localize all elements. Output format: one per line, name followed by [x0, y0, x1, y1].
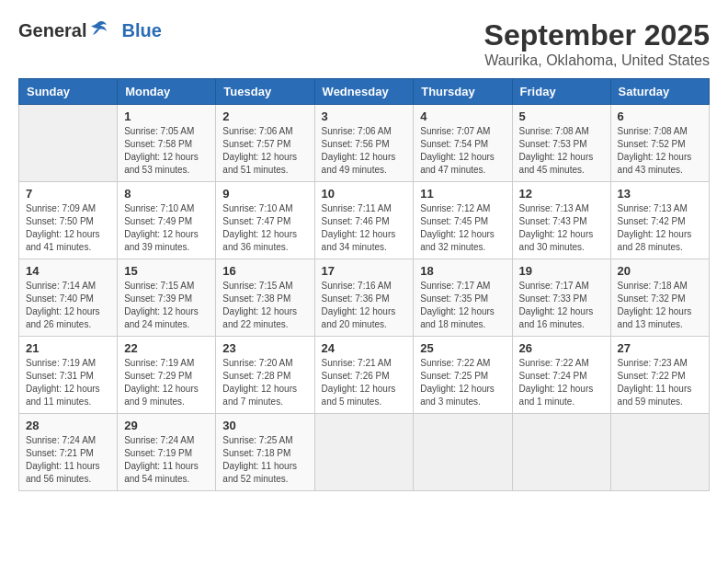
day-number: 27: [618, 341, 702, 355]
day-number: 9: [222, 187, 307, 201]
calendar-cell: [512, 414, 610, 491]
cell-content: Sunrise: 7:13 AM Sunset: 7:42 PM Dayligh…: [618, 202, 702, 254]
calendar-table: SundayMondayTuesdayWednesdayThursdayFrid…: [18, 78, 710, 491]
calendar-header-row: SundayMondayTuesdayWednesdayThursdayFrid…: [19, 79, 710, 105]
cell-content: Sunrise: 7:08 AM Sunset: 7:53 PM Dayligh…: [519, 125, 604, 177]
cell-content: Sunrise: 7:18 AM Sunset: 7:32 PM Dayligh…: [618, 280, 702, 331]
calendar-cell: 5Sunrise: 7:08 AM Sunset: 7:53 PM Daylig…: [512, 105, 610, 182]
day-number: 24: [322, 341, 407, 355]
cell-content: Sunrise: 7:24 AM Sunset: 7:19 PM Dayligh…: [124, 434, 209, 486]
day-number: 23: [222, 341, 307, 355]
calendar-cell: 16Sunrise: 7:15 AM Sunset: 7:38 PM Dayli…: [216, 259, 314, 337]
cell-content: Sunrise: 7:14 AM Sunset: 7:40 PM Dayligh…: [26, 280, 110, 331]
day-number: 14: [26, 264, 110, 278]
day-number: 6: [618, 109, 702, 123]
calendar-cell: [19, 105, 118, 182]
calendar-cell: 27Sunrise: 7:23 AM Sunset: 7:22 PM Dayli…: [610, 337, 709, 414]
page-header: General Blue September 2025 Waurika, Okl…: [18, 18, 710, 69]
calendar-cell: [314, 414, 414, 491]
calendar-week-3: 14Sunrise: 7:14 AM Sunset: 7:40 PM Dayli…: [19, 259, 710, 337]
day-number: 11: [420, 187, 505, 201]
cell-content: Sunrise: 7:06 AM Sunset: 7:56 PM Dayligh…: [322, 125, 407, 177]
calendar-cell: 17Sunrise: 7:16 AM Sunset: 7:36 PM Dayli…: [314, 259, 414, 337]
day-number: 3: [322, 109, 407, 123]
day-number: 1: [124, 109, 209, 123]
calendar-cell: [610, 414, 709, 491]
calendar-week-1: 1Sunrise: 7:05 AM Sunset: 7:58 PM Daylig…: [19, 105, 710, 182]
cell-content: Sunrise: 7:12 AM Sunset: 7:45 PM Dayligh…: [420, 202, 505, 254]
calendar-cell: 25Sunrise: 7:22 AM Sunset: 7:25 PM Dayli…: [414, 337, 512, 414]
calendar-week-5: 28Sunrise: 7:24 AM Sunset: 7:21 PM Dayli…: [19, 414, 710, 491]
calendar-cell: 22Sunrise: 7:19 AM Sunset: 7:29 PM Dayli…: [118, 337, 216, 414]
calendar-cell: 4Sunrise: 7:07 AM Sunset: 7:54 PM Daylig…: [414, 105, 512, 182]
calendar-cell: 8Sunrise: 7:10 AM Sunset: 7:49 PM Daylig…: [118, 182, 216, 259]
month-title: September 2025: [484, 18, 710, 52]
calendar-cell: 3Sunrise: 7:06 AM Sunset: 7:56 PM Daylig…: [314, 105, 414, 182]
calendar-cell: 29Sunrise: 7:24 AM Sunset: 7:19 PM Dayli…: [118, 414, 216, 491]
cell-content: Sunrise: 7:21 AM Sunset: 7:26 PM Dayligh…: [322, 357, 407, 408]
cell-content: Sunrise: 7:19 AM Sunset: 7:31 PM Dayligh…: [26, 357, 110, 408]
cell-content: Sunrise: 7:10 AM Sunset: 7:47 PM Dayligh…: [222, 202, 307, 254]
calendar-cell: 2Sunrise: 7:06 AM Sunset: 7:57 PM Daylig…: [216, 105, 314, 182]
cell-content: Sunrise: 7:13 AM Sunset: 7:43 PM Dayligh…: [519, 202, 604, 254]
cell-content: Sunrise: 7:08 AM Sunset: 7:52 PM Dayligh…: [618, 125, 702, 177]
day-number: 5: [519, 109, 604, 123]
day-number: 16: [222, 264, 307, 278]
calendar-cell: 24Sunrise: 7:21 AM Sunset: 7:26 PM Dayli…: [314, 337, 414, 414]
cell-content: Sunrise: 7:20 AM Sunset: 7:28 PM Dayligh…: [222, 357, 307, 408]
calendar-week-2: 7Sunrise: 7:09 AM Sunset: 7:50 PM Daylig…: [19, 182, 710, 259]
column-header-tuesday: Tuesday: [216, 79, 314, 105]
location-title: Waurika, Oklahoma, United States: [484, 52, 710, 69]
column-header-friday: Friday: [512, 79, 610, 105]
column-header-saturday: Saturday: [610, 79, 709, 105]
cell-content: Sunrise: 7:16 AM Sunset: 7:36 PM Dayligh…: [322, 280, 407, 331]
calendar-cell: 20Sunrise: 7:18 AM Sunset: 7:32 PM Dayli…: [610, 259, 709, 337]
cell-content: Sunrise: 7:22 AM Sunset: 7:24 PM Dayligh…: [519, 357, 604, 408]
cell-content: Sunrise: 7:06 AM Sunset: 7:57 PM Dayligh…: [222, 125, 307, 177]
day-number: 26: [519, 341, 604, 355]
calendar-cell: 14Sunrise: 7:14 AM Sunset: 7:40 PM Dayli…: [19, 259, 118, 337]
calendar-cell: 6Sunrise: 7:08 AM Sunset: 7:52 PM Daylig…: [610, 105, 709, 182]
day-number: 21: [26, 341, 110, 355]
logo: General Blue: [18, 18, 162, 42]
day-number: 13: [618, 187, 702, 201]
cell-content: Sunrise: 7:10 AM Sunset: 7:49 PM Dayligh…: [124, 202, 209, 254]
cell-content: Sunrise: 7:15 AM Sunset: 7:38 PM Dayligh…: [222, 280, 307, 331]
calendar-cell: 12Sunrise: 7:13 AM Sunset: 7:43 PM Dayli…: [512, 182, 610, 259]
cell-content: Sunrise: 7:22 AM Sunset: 7:25 PM Dayligh…: [420, 357, 505, 408]
column-header-monday: Monday: [118, 79, 216, 105]
day-number: 29: [124, 419, 209, 432]
day-number: 17: [322, 264, 407, 278]
day-number: 22: [124, 341, 209, 355]
day-number: 12: [519, 187, 604, 201]
day-number: 19: [519, 264, 604, 278]
day-number: 30: [222, 419, 307, 432]
column-header-wednesday: Wednesday: [314, 79, 414, 105]
calendar-body: 1Sunrise: 7:05 AM Sunset: 7:58 PM Daylig…: [19, 105, 710, 491]
calendar-cell: 23Sunrise: 7:20 AM Sunset: 7:28 PM Dayli…: [216, 337, 314, 414]
calendar-cell: 18Sunrise: 7:17 AM Sunset: 7:35 PM Dayli…: [414, 259, 512, 337]
calendar-week-4: 21Sunrise: 7:19 AM Sunset: 7:31 PM Dayli…: [19, 337, 710, 414]
calendar-cell: 26Sunrise: 7:22 AM Sunset: 7:24 PM Dayli…: [512, 337, 610, 414]
calendar-cell: 11Sunrise: 7:12 AM Sunset: 7:45 PM Dayli…: [414, 182, 512, 259]
calendar-cell: 28Sunrise: 7:24 AM Sunset: 7:21 PM Dayli…: [19, 414, 118, 491]
cell-content: Sunrise: 7:09 AM Sunset: 7:50 PM Dayligh…: [26, 202, 110, 254]
day-number: 25: [420, 341, 505, 355]
day-number: 15: [124, 264, 209, 278]
cell-content: Sunrise: 7:24 AM Sunset: 7:21 PM Dayligh…: [26, 434, 110, 486]
day-number: 10: [322, 187, 407, 201]
cell-content: Sunrise: 7:05 AM Sunset: 7:58 PM Dayligh…: [124, 125, 209, 177]
calendar-cell: [414, 414, 512, 491]
logo-general: General: [18, 20, 86, 41]
cell-content: Sunrise: 7:11 AM Sunset: 7:46 PM Dayligh…: [322, 202, 407, 254]
calendar-cell: 13Sunrise: 7:13 AM Sunset: 7:42 PM Dayli…: [610, 182, 709, 259]
calendar-cell: 21Sunrise: 7:19 AM Sunset: 7:31 PM Dayli…: [19, 337, 118, 414]
cell-content: Sunrise: 7:15 AM Sunset: 7:39 PM Dayligh…: [124, 280, 209, 331]
day-number: 18: [420, 264, 505, 278]
day-number: 7: [26, 187, 110, 201]
cell-content: Sunrise: 7:17 AM Sunset: 7:35 PM Dayligh…: [420, 280, 505, 331]
column-header-thursday: Thursday: [414, 79, 512, 105]
cell-content: Sunrise: 7:07 AM Sunset: 7:54 PM Dayligh…: [420, 125, 505, 177]
calendar-cell: 1Sunrise: 7:05 AM Sunset: 7:58 PM Daylig…: [118, 105, 216, 182]
calendar-cell: 30Sunrise: 7:25 AM Sunset: 7:18 PM Dayli…: [216, 414, 314, 491]
